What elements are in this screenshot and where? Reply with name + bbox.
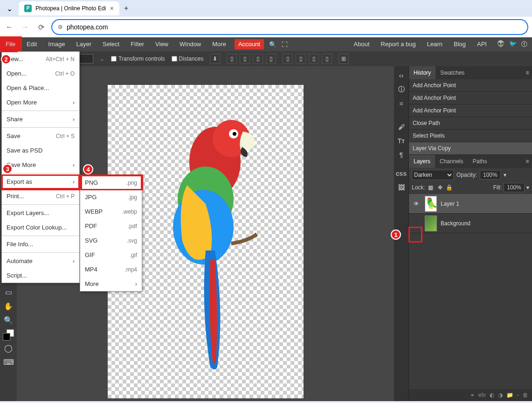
browser-tab[interactable]: P Photopea | Online Photo Edi × [19, 1, 119, 15]
tab-history[interactable]: History [409, 66, 435, 79]
download-icon[interactable]: ⬇ [210, 54, 220, 64]
history-item[interactable]: Close Path [409, 117, 532, 130]
folder-icon[interactable]: 📁 [506, 392, 513, 398]
export-webp[interactable]: WEBP.webp [80, 204, 142, 219]
mask-icon[interactable]: ◐ [490, 392, 494, 398]
distribute-1-icon[interactable]: ▯ [283, 54, 293, 64]
link-learn[interactable]: Learn [421, 37, 448, 51]
menu-window[interactable]: Window [174, 37, 207, 51]
lock-pixels-icon[interactable]: ▦ [427, 184, 435, 191]
reddit-icon[interactable]: 👽 [497, 40, 504, 49]
history-item[interactable]: Add Anchor Point [409, 79, 532, 92]
collapse-icon[interactable]: ‹› [396, 70, 407, 81]
file-menu-new-[interactable]: New...Alt+Ctrl + N [2, 52, 79, 66]
menu-select[interactable]: Select [97, 37, 125, 51]
file-menu-open-more[interactable]: Open More› [2, 95, 79, 110]
color-swatch[interactable] [3, 329, 14, 340]
address-bar[interactable]: ⚙ [51, 19, 528, 35]
tab-channels[interactable]: Channels [435, 155, 468, 168]
adjust-panel-icon[interactable]: ≡ [396, 98, 407, 109]
link-blog[interactable]: Blog [448, 37, 471, 51]
url-input[interactable] [67, 23, 522, 31]
export-pdf[interactable]: PDF.pdf [80, 219, 142, 233]
lock-position-icon[interactable]: ✥ [436, 184, 444, 191]
new-layer-icon[interactable]: ▫ [517, 392, 519, 398]
menu-more[interactable]: More [207, 37, 232, 51]
menu-file[interactable]: File [0, 37, 21, 51]
link-api[interactable]: API [471, 37, 492, 51]
tool-preset-dropdown[interactable] [79, 54, 93, 63]
history-menu-icon[interactable]: ≡ [523, 69, 532, 76]
menu-layer[interactable]: Layer [71, 37, 97, 51]
info-panel-icon[interactable]: ⓘ [396, 84, 407, 95]
hand-tool-icon[interactable]: ✋ [2, 299, 15, 313]
screen-mode-icon[interactable]: ⌨ [2, 355, 15, 368]
site-settings-icon[interactable]: ⚙ [58, 24, 63, 30]
file-menu-file-info-[interactable]: File Info... [2, 237, 79, 251]
paragraph-panel-icon[interactable]: ¶ [396, 149, 407, 160]
align-center-icon[interactable]: ▯ [240, 54, 250, 64]
file-menu-open-[interactable]: Open...Ctrl + O [2, 66, 79, 81]
export-jpg[interactable]: JPG.jpg [80, 190, 142, 204]
opacity-value[interactable]: 100% [480, 170, 501, 180]
quick-mask-icon[interactable]: ◯ [2, 341, 15, 354]
lock-all-icon[interactable]: 🔒 [446, 184, 453, 191]
new-tab-button[interactable]: + [124, 4, 128, 13]
menu-image[interactable]: Image [42, 37, 70, 51]
forward-button[interactable]: → [20, 21, 31, 33]
brush-panel-icon[interactable]: 🖌 [396, 121, 407, 132]
image-panel-icon[interactable]: 🖼 [396, 182, 407, 193]
reload-button[interactable]: ⟳ [35, 21, 47, 33]
history-item[interactable]: Layer Via Copy [409, 142, 532, 155]
file-menu-save-more[interactable]: Save More› [2, 158, 79, 172]
export-more[interactable]: More› [80, 277, 142, 291]
blend-mode-select[interactable]: Darken [412, 170, 454, 180]
back-button[interactable]: ← [4, 21, 15, 33]
export-mp4[interactable]: MP4.mp4 [80, 262, 142, 277]
trash-icon[interactable]: 🗑 [523, 392, 528, 398]
search-icon[interactable]: 🔍 [267, 41, 279, 48]
file-menu-script-[interactable]: Script... [2, 268, 79, 283]
transform-checkbox[interactable]: Transform controls [111, 56, 165, 62]
zoom-tool-icon[interactable]: 🔍 [2, 313, 15, 327]
layer-thumbnail[interactable]: 🦜 [425, 196, 437, 212]
tab-paths[interactable]: Paths [468, 155, 492, 168]
file-menu-automate[interactable]: Automate› [2, 254, 79, 268]
facebook-icon[interactable]: ⓕ [521, 40, 527, 49]
file-menu-export-as[interactable]: Export as› [2, 174, 79, 189]
account-button[interactable]: Account [235, 39, 264, 49]
tab-layers[interactable]: Layers [409, 155, 435, 168]
distances-checkbox[interactable]: Distances [172, 56, 204, 62]
close-tab-icon[interactable]: × [110, 5, 114, 12]
visibility-toggle[interactable]: 👁 [412, 199, 421, 208]
link-about[interactable]: About [348, 37, 375, 51]
menu-filter[interactable]: Filter [125, 37, 150, 51]
fill-chevron-icon[interactable]: ▾ [526, 184, 529, 191]
distribute-4-icon[interactable]: ▯ [322, 54, 332, 64]
link-layers-icon[interactable]: ⚭ [470, 392, 475, 398]
grid-icon[interactable]: ⊞ [339, 54, 349, 64]
text-panel-icon[interactable]: Tт [396, 135, 407, 146]
align-left-icon[interactable]: ▯ [227, 54, 237, 64]
twitter-icon[interactable]: 🐦 [509, 40, 517, 49]
menu-view[interactable]: View [150, 37, 174, 51]
export-svg[interactable]: SVG.svg [80, 233, 142, 248]
distribute-3-icon[interactable]: ▯ [309, 54, 319, 64]
file-menu-share[interactable]: Share› [2, 112, 79, 126]
menu-edit[interactable]: Edit [21, 37, 42, 51]
history-item[interactable]: Add Anchor Point [409, 104, 532, 117]
adjustment-icon[interactable]: ◑ [498, 392, 503, 398]
export-gif[interactable]: GIF.gif [80, 248, 142, 262]
align-top-icon[interactable]: ▯ [266, 54, 276, 64]
file-menu-export-color-lookup-[interactable]: Export Color Lookup... [2, 220, 79, 235]
layers-menu-icon[interactable]: ≡ [523, 158, 532, 165]
align-right-icon[interactable]: ▯ [253, 54, 263, 64]
fullscreen-icon[interactable]: ⛶ [279, 41, 291, 48]
opacity-chevron-icon[interactable]: ▾ [504, 172, 506, 178]
file-menu-print-[interactable]: Print...Ctrl + P [2, 189, 79, 203]
file-menu-export-layers-[interactable]: Export Layers... [2, 206, 79, 220]
file-menu-save[interactable]: SaveCtrl + S [2, 129, 79, 143]
layer-row[interactable]: 👁🦜Layer 1 [409, 194, 532, 214]
export-png[interactable]: PNG.png [80, 175, 142, 190]
tab-swatches[interactable]: Swatches [435, 66, 469, 79]
